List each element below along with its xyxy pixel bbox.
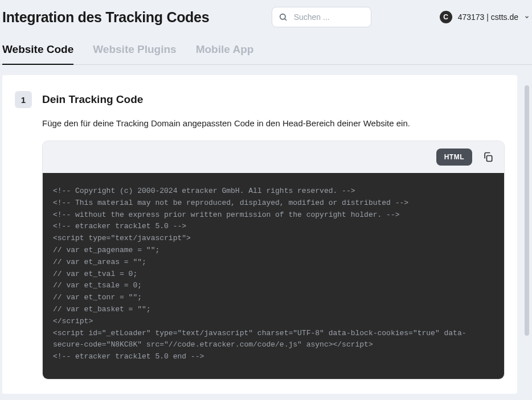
svg-point-0 <box>280 14 285 19</box>
chevron-down-icon <box>524 14 530 20</box>
avatar: C <box>440 11 452 23</box>
svg-line-1 <box>285 19 287 20</box>
tab-website-plugins[interactable]: Website Plugins <box>93 38 176 65</box>
content-area: 1 Dein Tracking Code Füge den für deine … <box>0 75 532 395</box>
account-menu[interactable]: C 473173 | cstts.de <box>440 11 530 23</box>
tab-website-code[interactable]: Website Code <box>2 38 73 65</box>
svg-rect-2 <box>487 156 492 162</box>
tab-mobile-app[interactable]: Mobile App <box>196 38 254 65</box>
code-block: HTML <!-- Copyright (c) 2000-2024 etrack… <box>42 141 505 380</box>
code-header: HTML <box>43 141 504 173</box>
search-wrap <box>272 7 371 27</box>
step-card: 1 Dein Tracking Code Füge den für deine … <box>2 75 517 394</box>
page-title: Integration des Tracking Codes <box>2 9 209 26</box>
tabs: Website Code Website Plugins Mobile App <box>0 38 532 65</box>
account-label: 473173 | cstts.de <box>458 13 518 22</box>
copy-icon[interactable] <box>482 151 494 163</box>
step-description: Füge den für deine Tracking Domain angep… <box>42 118 505 128</box>
scrollbar-thumb[interactable] <box>525 85 529 336</box>
step-number: 1 <box>15 91 32 108</box>
search-icon <box>279 13 288 22</box>
code-content[interactable]: <!-- Copyright (c) 2000-2024 etracker Gm… <box>43 173 504 379</box>
page-header: Integration des Tracking Codes C 473173 … <box>0 0 532 38</box>
code-language-badge: HTML <box>436 149 472 166</box>
step-title: Dein Tracking Code <box>42 93 143 106</box>
scrollbar[interactable] <box>525 85 529 381</box>
step-header: 1 Dein Tracking Code <box>15 91 505 108</box>
